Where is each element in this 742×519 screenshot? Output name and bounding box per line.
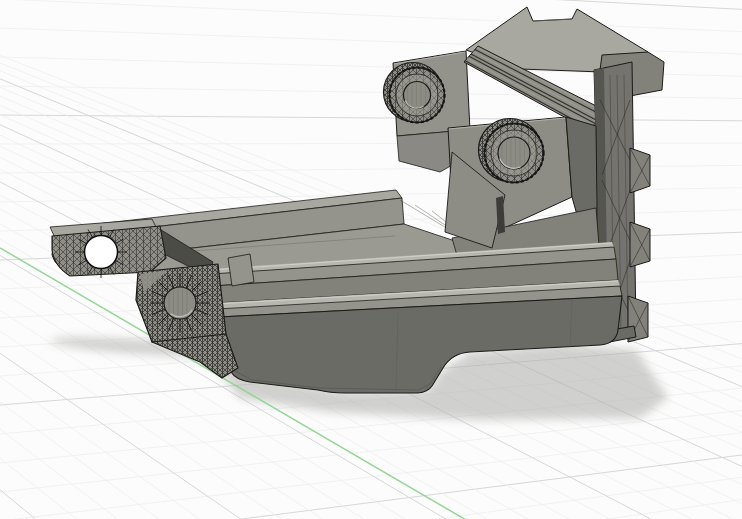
- front-tab[interactable]: [228, 254, 254, 286]
- viewport-3d[interactable]: [0, 0, 742, 519]
- rail-tooth-2[interactable]: [630, 222, 650, 267]
- 3d-model-mesh-body[interactable]: [50, 7, 664, 393]
- rail-tooth-1[interactable]: [630, 148, 650, 193]
- scene-svg: [0, 0, 742, 519]
- arm-through-hole[interactable]: [85, 236, 118, 269]
